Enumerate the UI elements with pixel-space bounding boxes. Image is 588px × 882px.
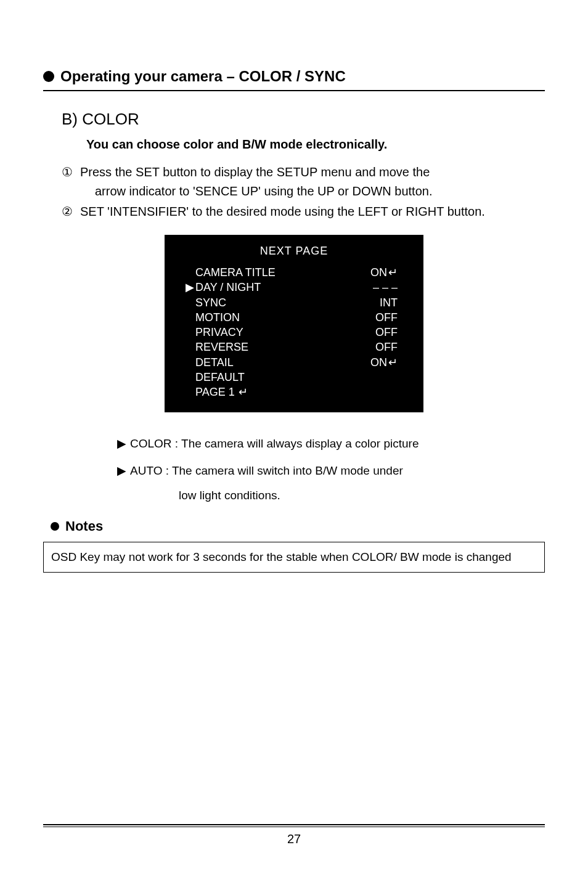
notes-label: Notes	[65, 518, 103, 534]
option-auto-text-a: AUTO : The camera will switch into B/W m…	[130, 464, 403, 477]
triangle-icon: ▶	[117, 437, 126, 450]
option-color: ▶COLOR : The camera will always display …	[117, 435, 545, 453]
osd-row: ▶DAY / NIGHT – – –	[179, 280, 409, 295]
osd-row: DEFAULT	[179, 370, 409, 385]
option-color-text: COLOR : The camera will always display a…	[130, 437, 419, 450]
notes-body: OSD Key may not work for 3 seconds for t…	[51, 550, 512, 563]
intro-text: You can choose color and B/W mode electr…	[86, 137, 545, 152]
osd-label: DETAIL	[195, 355, 234, 370]
step-1-number: ①	[62, 163, 80, 182]
bullet-icon	[43, 71, 54, 82]
osd-row: CAMERA TITLE ON↵	[179, 265, 409, 280]
enter-icon: ↵	[388, 266, 398, 279]
osd-row: REVERSE OFF	[179, 340, 409, 354]
enter-icon: ↵	[388, 356, 398, 369]
osd-value: INT	[380, 296, 398, 309]
osd-value: ON	[370, 266, 387, 279]
triangle-icon: ▶	[117, 464, 126, 477]
step-1: ①Press the SET button to display the SET…	[62, 163, 545, 201]
osd-row: PAGE 1↵	[179, 385, 409, 399]
step-1-line-a: Press the SET button to display the SETU…	[80, 165, 430, 179]
osd-row: SYNC INT	[179, 295, 409, 310]
page-footer: 27	[43, 824, 545, 846]
osd-screen: NEXT PAGE CAMERA TITLE ON↵ ▶DAY / NIGHT …	[165, 235, 423, 412]
subsection-label: B) COLOR	[62, 110, 545, 129]
osd-label: REVERSE	[195, 340, 248, 354]
option-list: ▶COLOR : The camera will always display …	[117, 435, 545, 503]
heading-text: Operating your camera – COLOR / SYNC	[60, 68, 346, 85]
osd-value: OFF	[375, 311, 398, 324]
osd-value: OFF	[375, 326, 398, 338]
pointer-icon: ▶	[186, 280, 194, 295]
section-heading: Operating your camera – COLOR / SYNC	[43, 68, 545, 85]
option-auto-text-b: low light conditions.	[179, 489, 545, 502]
osd-label: PRIVACY	[195, 325, 243, 340]
osd-label: MOTION	[195, 310, 240, 325]
osd-row: DETAIL ON↵	[179, 355, 409, 370]
option-auto: ▶AUTO : The camera will switch into B/W …	[117, 462, 545, 480]
osd-value: ON	[370, 356, 387, 369]
notes-heading: Notes	[51, 518, 545, 534]
osd-label: SYNC	[195, 295, 226, 310]
osd-title: NEXT PAGE	[179, 245, 409, 258]
bullet-icon	[51, 522, 59, 531]
page-number: 27	[43, 832, 545, 846]
osd-label: DAY / NIGHT	[195, 280, 261, 295]
osd-value: – – –	[373, 281, 398, 293]
osd-value: OFF	[375, 341, 398, 353]
footer-divider	[43, 827, 545, 827]
osd-label: PAGE 1	[195, 385, 235, 399]
osd-row: MOTION OFF	[179, 310, 409, 325]
step-2-number: ②	[62, 202, 80, 221]
enter-icon: ↵	[239, 385, 248, 399]
divider	[43, 90, 545, 91]
osd-row: PRIVACY OFF	[179, 325, 409, 340]
notes-box: OSD Key may not work for 3 seconds for t…	[43, 542, 545, 573]
step-2: ②SET 'INTENSIFIER' to the desired mode u…	[62, 202, 545, 221]
osd-label: CAMERA TITLE	[195, 265, 276, 280]
footer-divider	[43, 824, 545, 825]
osd-label: DEFAULT	[195, 370, 245, 385]
step-2-text: SET 'INTENSIFIER' to the desired mode us…	[80, 205, 485, 218]
step-1-line-b: arrow indicator to 'SENCE UP' using the …	[95, 182, 545, 201]
